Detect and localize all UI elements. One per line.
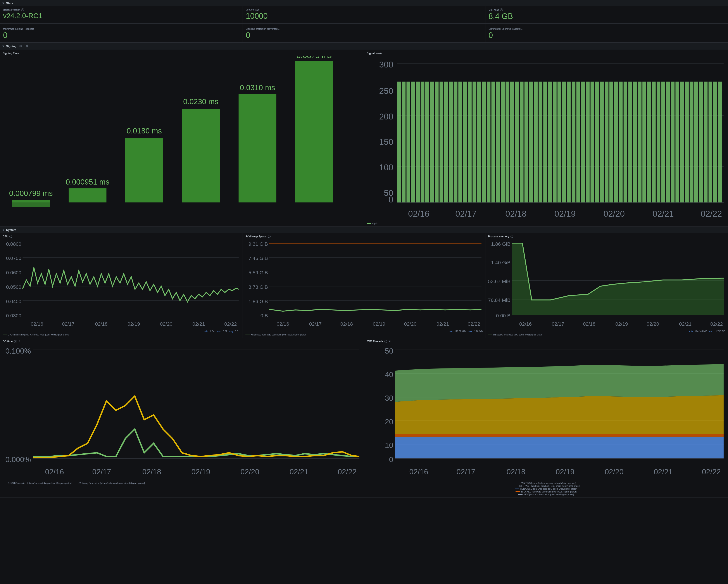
svg-text:0.0600: 0.0600 — [6, 270, 21, 275]
gc-time-external-icon[interactable]: ↗ — [18, 340, 20, 343]
svg-text:02/16: 02/16 — [45, 468, 64, 476]
stats-row2: Malformed Signing Requests 0 Slashing pr… — [0, 24, 728, 43]
svg-text:0.0180 ms: 0.0180 ms — [127, 127, 162, 135]
svg-rect-39 — [425, 82, 429, 202]
stats-row1: Release version i v24.2.0-RC1 Loaded key… — [0, 6, 728, 24]
jvm-threads-external-icon[interactable]: ↗ — [388, 340, 391, 343]
signatures-per-sec-title: Signatures/s — [367, 52, 726, 55]
cpu-stats: min 0.04 max 0.07 avg 0.0... — [3, 330, 240, 333]
svg-text:0.0800: 0.0800 — [6, 241, 21, 247]
signing-charts-row: Signing Time — [0, 50, 728, 226]
svg-rect-68 — [562, 82, 566, 202]
signing-section-header[interactable]: ∨ Signing ⚙ 🗑 — [0, 42, 728, 50]
svg-rect-83 — [633, 82, 636, 202]
system-section-title: System — [6, 228, 16, 231]
svg-rect-53 — [491, 82, 495, 202]
svg-text:100: 100 — [379, 163, 393, 172]
svg-text:02/18: 02/18 — [505, 209, 526, 219]
gc-time-info-icon[interactable]: i — [14, 340, 17, 343]
svg-rect-62 — [534, 82, 538, 202]
svg-text:02/17: 02/17 — [62, 321, 75, 327]
process-memory-info-icon[interactable]: i — [511, 235, 513, 238]
svg-rect-60 — [524, 82, 528, 202]
stat-loaded-keys: Loaded keys 10000 — [243, 6, 486, 23]
system-section-header[interactable]: ∨ System — [0, 227, 728, 233]
svg-rect-46 — [458, 82, 462, 202]
svg-text:02/21: 02/21 — [653, 468, 673, 476]
svg-text:02/19: 02/19 — [554, 209, 576, 219]
svg-text:02/20: 02/20 — [240, 468, 259, 476]
proc-mem-legend-line — [488, 335, 492, 335]
cpu-info-icon[interactable]: i — [9, 235, 12, 238]
svg-rect-50 — [477, 82, 481, 202]
stat-release-value: v24.2.0-RC1 — [3, 12, 239, 20]
svg-rect-61 — [529, 82, 533, 202]
svg-rect-81 — [623, 82, 627, 202]
svg-text:0.00 B: 0.00 B — [496, 313, 511, 319]
cpu-panel: CPU i 0.0800 0.0700 0.0600 0.0500 0.0400… — [0, 233, 242, 338]
signatures-per-sec-panel: Signatures/s 300 250 200 150 100 50 0 — [364, 50, 728, 226]
svg-rect-4 — [182, 109, 220, 202]
svg-text:02/20: 02/20 — [160, 321, 173, 327]
stats-section-header[interactable]: ∨ Stats — [0, 0, 728, 6]
svg-rect-89 — [661, 82, 665, 202]
svg-text:02/17: 02/17 — [552, 321, 564, 327]
svg-text:02/17: 02/17 — [309, 321, 321, 327]
stat-max-heap-label: Max heap i — [489, 8, 725, 11]
stat-release-label: Release version i — [3, 8, 239, 11]
svg-text:02/22: 02/22 — [701, 209, 722, 219]
system-row2: GC time i ↗ 0.100% 0.000% — [0, 338, 728, 498]
svg-text:300: 300 — [379, 60, 393, 69]
signing-trash-icon[interactable]: 🗑 — [25, 44, 29, 48]
svg-rect-54 — [496, 82, 500, 202]
svg-text:0.000%: 0.000% — [5, 456, 31, 464]
gc-g1-young-legend-line — [73, 483, 78, 483]
jvm-threads-legend: WAITING [teku-w3s-besu-teku-goerli-web3s… — [367, 482, 726, 496]
svg-text:1.86 GiB: 1.86 GiB — [249, 298, 268, 304]
stat-max-heap: Max heap i 8.4 GB — [486, 6, 728, 23]
stat-malformed-label: Malformed Signing Requests — [3, 27, 239, 30]
jvm-heap-legend-line — [245, 335, 250, 335]
gc-time-title: GC time i ↗ — [3, 340, 361, 343]
jvm-heap-stats: min 176.39 MiB max 1.26 GiB — [245, 330, 483, 333]
jvm-heap-chart: 9.31 GiB 7.45 GiB 5.59 GiB 3.73 GiB 1.86… — [245, 239, 483, 330]
svg-text:953.67 MiB: 953.67 MiB — [488, 278, 511, 284]
waiting-legend-line — [516, 483, 521, 483]
cpu-legend-line — [3, 335, 7, 335]
svg-rect-80 — [619, 82, 623, 202]
jvm-heap-legend: Heap used [teku-w3s-besu-teku-goerli-web… — [245, 333, 483, 336]
svg-rect-45 — [453, 82, 457, 202]
svg-text:0.000799 ms: 0.000799 ms — [9, 189, 53, 198]
stat-slashing-value: 0 — [246, 31, 482, 40]
svg-rect-67 — [557, 82, 561, 202]
svg-text:30: 30 — [385, 394, 393, 403]
signing-gear-icon[interactable]: ⚙ — [18, 44, 23, 48]
svg-rect-1 — [12, 200, 50, 202]
svg-rect-73 — [586, 82, 589, 202]
svg-text:02/19: 02/19 — [616, 321, 628, 327]
jvm-heap-info-icon[interactable]: i — [268, 235, 270, 238]
svg-rect-71 — [576, 82, 580, 202]
svg-text:02/17: 02/17 — [93, 468, 111, 476]
stat-malformed: Malformed Signing Requests 0 — [0, 24, 242, 42]
proc-mem-legend: RSS [teku-w3s-besu-teku-goerli-web3signe… — [488, 333, 725, 336]
stat-slashing-label: Slashing protection prevented ... — [246, 27, 482, 30]
max-heap-info-icon[interactable]: i — [500, 8, 503, 11]
svg-marker-192 — [395, 364, 723, 402]
jvm-threads-info-icon[interactable]: i — [384, 340, 387, 343]
stats-section: ∨ Stats Release version i v24.2.0-RC1 Lo… — [0, 0, 728, 42]
svg-rect-41 — [435, 82, 439, 202]
svg-rect-84 — [638, 82, 641, 202]
svg-text:5.59 GiB: 5.59 GiB — [249, 270, 268, 275]
release-info-icon[interactable]: i — [21, 8, 24, 11]
svg-rect-3 — [125, 138, 163, 202]
stats-chevron-icon: ∨ — [2, 2, 4, 5]
svg-text:02/16: 02/16 — [31, 321, 43, 327]
slashing-bar — [246, 26, 482, 26]
svg-text:02/18: 02/18 — [95, 321, 107, 327]
svg-rect-95 — [690, 82, 693, 202]
sigs-legend-line — [367, 223, 371, 224]
jvm-threads-title: JVM Threads i ↗ — [367, 340, 726, 343]
svg-rect-86 — [647, 82, 651, 202]
svg-text:9.31 GiB: 9.31 GiB — [249, 241, 268, 247]
